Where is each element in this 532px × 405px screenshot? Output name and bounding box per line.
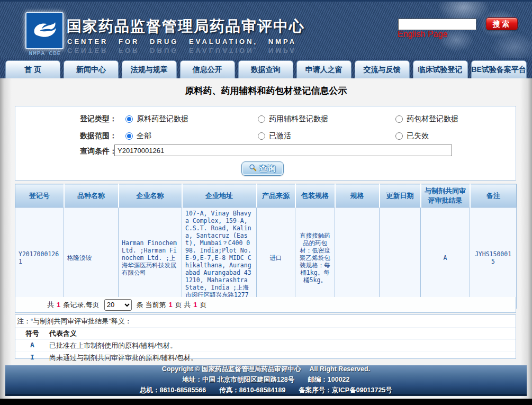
pagination-text: 页 共 [175,300,191,310]
radio-expired-label: 已失效 [407,131,429,141]
footer-address: 地址：中国 北京市朝阳区建国路128号 邮编：100022 [5,375,527,384]
english-page-link[interactable]: English Page [398,30,447,39]
radio-packaging-data[interactable]: 药包材登记数据 [395,114,458,124]
col-joint-review-result: 与制剂共同审评审批结果 [421,184,470,208]
query-form: 登记类型： 原料药登记数据 药用辅料登记数据 药包材登记数据 数据范围： 全部 [15,106,516,181]
cell-company-address: 107-A, Vinay Bhavya Complex, 159-A, C.S.… [182,208,257,309]
nav-tab-data-query[interactable]: 数据查询 [238,60,293,78]
col-registration-no: 登记号 [15,184,64,208]
header-search-input[interactable] [398,19,476,30]
pagination-text: 条 当前第 [137,300,166,310]
radio-unselected-icon[interactable] [258,132,265,140]
total-records: 1 [57,301,60,309]
table-header-row: 登记号 品种名称 企业名称 企业地址 产品来源 包装规格 规格 更新日期 与制剂… [15,184,517,208]
col-packaging-spec: 包装规格 [295,184,335,208]
cell-spec [335,208,380,309]
footer-copyright: Copyright © 国家药品监督管理局药品审评中心 All Right Re… [5,365,527,374]
radio-selected-icon[interactable] [125,115,133,123]
cell-company-name: Harman Finochem Ltd. ;Harman Finochem Lt… [119,208,182,309]
site-title-en-reflection: CENTER FOR DRUG EVALUATION, NMPA [67,47,296,55]
legend-notes: 注：“与制剂共同审评审批结果”释义： 符号 代表含义 A 已批准在上市制剂使用的… [15,314,516,359]
radio-api-data[interactable]: 原料药登记数据 [125,114,188,124]
table-row: Y20170001261 格隆溴铵 Harman Finochem Ltd. ;… [15,208,517,309]
site-title-cn: 国家药品监督管理局药品审评中心 [67,16,305,37]
col-company-name: 企业名称 [119,184,182,208]
query-submit-button[interactable]: 查询 [241,161,284,176]
site-title-en: CENTER FOR DRUG EVALUATION, NMPA [67,38,296,46]
nav-tab-applicant-window[interactable]: 申请人之窗 [296,60,351,78]
legend-meaning-header: 代表含义 [49,329,516,338]
header-search-button[interactable]: 搜索 [486,17,518,30]
radio-excipient-data-label: 药用辅料登记数据 [269,114,328,124]
legend-symbol: I [15,353,49,363]
total-pages: 1 [193,301,197,309]
site-header: NMPA CDE 国家药品监督管理局药品审评中心 CENTER FOR DRUG… [0,0,532,58]
nmpa-cde-logo[interactable] [25,12,64,49]
nav-tab-home[interactable]: 首 页 [5,60,60,78]
cell-registration-no: Y20170001261 [15,208,64,309]
nav-tab-regulations[interactable]: 法规与规章 [122,60,177,78]
nav-tab-info-disclosure[interactable]: 信息公开 [180,60,235,78]
radio-excipient-data[interactable]: 药用辅料登记数据 [258,114,328,124]
col-product-source: 产品来源 [257,184,295,208]
registration-type-row: 登记类型： 原料药登记数据 药用辅料登记数据 药包材登记数据 [15,114,516,124]
page: NMPA CDE 国家药品监督管理局药品审评中心 CENTER FOR DRUG… [0,0,532,405]
radio-all[interactable]: 全部 [125,131,151,141]
cell-product-source: 进口 [257,208,295,309]
radio-unselected-icon[interactable] [258,115,265,123]
query-condition-label: 查询条件： [15,147,117,156]
page-size-select[interactable]: 20 [104,299,132,311]
site-footer: Copyright © 国家药品监督管理局药品审评中心 All Right Re… [5,365,527,396]
legend-meaning: 已批准在上市制剂使用的原料/辅料/包材。 [49,341,516,350]
col-company-address: 企业地址 [182,184,257,208]
legend-row-a: A 已批准在上市制剂使用的原料/辅料/包材。 [15,339,516,352]
col-spec: 规格 [335,184,380,208]
pagination-bar: 共 1 条记录,每页 20 条 当前第 1 页 共 1 页 [15,297,516,313]
nav-tab-clinical-trial-registry[interactable]: 临床试验登记 [413,60,468,78]
radio-unselected-icon[interactable] [395,132,403,140]
logo-caption: NMPA CDE [21,50,69,57]
col-remark: 备注 [470,184,517,208]
cell-joint-review-result: A [421,208,470,309]
legend-row-i: I 尚未通过与制剂共同审评审批的原料/辅料/包材。 [15,352,516,364]
pagination-text: 页 [200,300,207,310]
radio-packaging-data-label: 药包材登记数据 [407,114,458,124]
search-icon [249,164,257,174]
legend-symbol: A [15,341,49,350]
nav-tab-communication[interactable]: 交流与反馈 [355,60,410,78]
radio-expired[interactable]: 已失效 [395,131,429,141]
col-update-date: 更新日期 [380,184,421,208]
col-product-name: 品种名称 [64,184,119,208]
data-range-row: 数据范围： 全部 已激活 已失效 [15,131,516,141]
bottom-black-bar [0,399,532,405]
registration-type-label: 登记类型： [15,114,117,124]
pagination-text: 共 [47,300,54,310]
cell-packaging-spec: 直接接触药品的药包材：低密度聚乙烯袋包装规格：每桶1kg。每桶5kg。 [295,208,335,309]
footer-contact: 总机：8610-68585566 传真：8610-68584189 备案序号：京… [5,386,527,395]
legend-symbol-header: 符号 [15,329,49,338]
nav-tab-be-trial-platform[interactable]: BE试验备案平台 [471,60,527,78]
legend-meaning: 尚未通过与制剂共同审评审批的原料/辅料/包材。 [49,353,516,363]
radio-api-data-label: 原料药登记数据 [137,114,188,124]
cell-update-date [380,208,421,309]
pagination-text: 条记录,每页 [63,300,100,310]
data-range-label: 数据范围： [15,131,117,141]
legend-header-row: 符号 代表含义 [15,327,516,339]
radio-unselected-icon[interactable] [395,115,403,123]
query-condition-input[interactable] [114,145,452,156]
radio-activated[interactable]: 已激活 [258,131,291,141]
radio-activated-label: 已激活 [269,131,291,141]
page-title: 原料药、药用辅料和药包材登记信息公示 [0,85,532,97]
current-page: 1 [168,301,172,309]
cell-remark: JYHS1500015 [470,208,517,309]
radio-all-label: 全部 [137,131,151,141]
nav-tab-news[interactable]: 新闻中心 [64,60,119,78]
swan-logo-icon [30,16,59,45]
legend-title: 注：“与制剂共同审评审批结果”释义： [15,315,516,327]
results-table: 登记号 品种名称 企业名称 企业地址 产品来源 包装规格 规格 更新日期 与制剂… [15,184,517,309]
main-nav: 首 页 新闻中心 法规与规章 信息公开 数据查询 申请人之窗 交流与反馈 临床试… [0,58,532,78]
query-submit-label: 查询 [260,164,277,174]
radio-selected-icon[interactable] [125,132,133,140]
cell-product-name: 格隆溴铵 [64,208,119,309]
